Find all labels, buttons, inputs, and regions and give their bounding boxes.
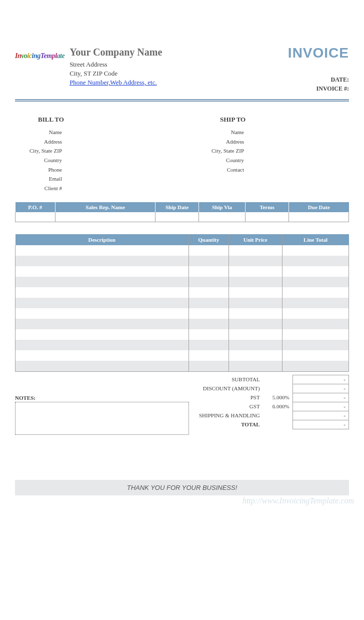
items-header-unitprice: Unit Price [228,234,282,245]
company-street: Street Address [70,60,162,69]
discount-value: - [292,384,348,393]
gst-label: GST [196,402,263,411]
item-row [16,361,349,371]
pst-label: PST [196,393,263,402]
meta-header-duedate: Due Date [288,202,348,212]
ship-to-field: City, State ZIP [197,146,244,156]
pst-rate: 5.000% [263,393,293,402]
discount-label: DISCOUNT (AMOUNT) [196,384,263,393]
invoice-no-label: INVOICE #: [288,84,349,93]
ship-to-section: SHIP TO Name Address City, State ZIP Cou… [197,116,349,193]
item-row [16,277,349,287]
notes-box[interactable] [15,402,189,435]
gst-value: - [292,402,348,411]
gst-rate: 6.000% [263,402,293,411]
subtotal-label: SUBTOTAL [196,375,263,384]
total-label: TOTAL [196,420,263,429]
meta-header-po: P.O. # [16,202,56,212]
header: InvoicingTemplate Your Company Name Stre… [15,45,349,93]
bill-to-field: Client # [15,184,62,193]
bill-to-field: Name [15,128,62,137]
meta-header-terms: Terms [246,202,289,212]
bill-to-field: Address [15,137,62,147]
ship-to-field: Contact [197,165,244,175]
bill-to-section: BILL TO Name Address City, State ZIP Cou… [15,116,167,193]
total-value: - [292,420,348,429]
item-row [16,298,349,308]
item-row [16,340,349,350]
item-row [16,350,349,361]
meta-row [16,212,349,222]
shipping-value: - [292,411,348,420]
meta-header-salesrep: Sales Rep. Name [56,202,156,212]
invoice-title: INVOICE [288,45,349,61]
company-city: City, ST ZIP Code [70,69,162,78]
item-row [16,287,349,298]
bill-to-field: Phone [15,165,62,175]
meta-header-shipvia: Ship Via [198,202,245,212]
logo: InvoicingTemplate [15,52,64,88]
company-name: Your Company Name [70,45,162,59]
thank-you-banner: THANK YOU FOR YOUR BUSINESS! [15,480,349,495]
totals-table: SUBTOTAL - DISCOUNT (AMOUNT) - PST 5.000… [196,375,349,429]
bill-to-title: BILL TO [15,116,167,124]
item-row [16,245,349,256]
items-header-description: Description [16,234,189,245]
ship-to-field: Address [197,137,244,147]
company-contact-link[interactable]: Phone Number,Web Address, etc. [70,79,157,86]
items-header-quantity: Quantity [188,234,228,245]
bill-to-field: Country [15,156,62,165]
item-row [16,329,349,340]
meta-table: P.O. # Sales Rep. Name Ship Date Ship Vi… [15,202,349,223]
ship-to-title: SHIP TO [197,116,349,124]
item-row [16,256,349,266]
subtotal-value: - [292,375,348,384]
items-table: Description Quantity Unit Price Line Tot… [15,234,349,372]
ship-to-field: Country [197,156,244,165]
item-row [16,308,349,319]
watermark: http://www.InvoicingTemplate.com [242,496,354,505]
meta-header-shipdate: Ship Date [156,202,199,212]
item-row [16,266,349,277]
date-label: DATE: [288,75,349,84]
items-header-linetotal: Line Total [282,234,348,245]
bill-to-field: Email [15,174,62,184]
notes-label: NOTES: [15,395,189,401]
ship-to-field: Name [197,128,244,137]
header-divider [15,99,349,102]
item-row [16,319,349,329]
shipping-label: SHIPPING & HANDLING [196,411,263,420]
bill-to-field: City, State ZIP [15,146,62,156]
pst-value: - [292,393,348,402]
